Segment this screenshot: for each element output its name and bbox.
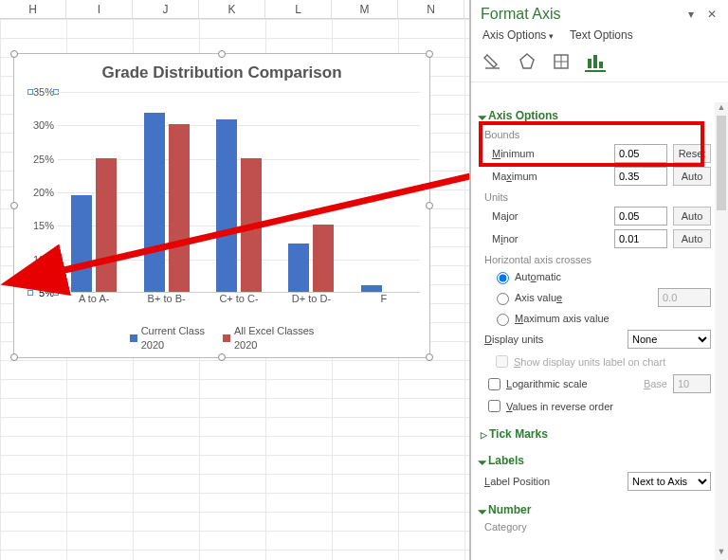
bar[interactable] [144, 113, 165, 292]
max-input[interactable] [614, 167, 667, 186]
minor-label: Minor [492, 233, 614, 244]
close-icon[interactable]: ✕ [705, 8, 719, 21]
label-position-label: Label Position [484, 476, 628, 487]
task-pane-options-icon[interactable]: ▾ [684, 8, 698, 21]
effects-icon[interactable] [517, 51, 537, 72]
spreadsheet[interactable]: H I J K L M N Grade Distribution Compari… [0, 0, 469, 560]
resize-handle[interactable] [426, 353, 433, 361]
x-axis-label[interactable]: A to A- [58, 293, 130, 310]
resize-handle[interactable] [218, 353, 226, 361]
legend-item[interactable]: Current Class 2020 [130, 324, 205, 352]
min-input[interactable] [614, 144, 667, 163]
chart-legend[interactable]: Current Class 2020 All Excel Classes 202… [14, 324, 429, 352]
log-scale-checkbox[interactable] [488, 378, 500, 390]
base-label: Base [644, 378, 667, 389]
log-scale-label: Logarithmic scale [506, 378, 644, 389]
cross-max-radio[interactable] [497, 314, 509, 326]
reverse-checkbox[interactable] [488, 400, 500, 412]
max-auto-button[interactable]: Auto [673, 167, 711, 186]
legend-swatch-icon [130, 334, 137, 342]
hcross-heading: Horizontal axis crosses [481, 250, 711, 267]
svg-rect-7 [599, 62, 603, 68]
col-header[interactable]: N [398, 0, 464, 18]
svg-rect-6 [593, 55, 597, 68]
col-header[interactable]: K [199, 0, 265, 18]
y-axis-tick[interactable]: 20% [22, 187, 54, 198]
major-auto-button[interactable]: Auto [673, 207, 711, 226]
bar[interactable] [288, 244, 309, 292]
scrollbar-thumb[interactable] [717, 116, 726, 210]
section-labels[interactable]: Labels [481, 451, 711, 470]
resize-handle[interactable] [426, 202, 433, 209]
resize-handle[interactable] [10, 353, 18, 361]
chart-title[interactable]: Grade Distribution Comparison [14, 54, 429, 88]
cross-max-label: Maximum axis value [515, 313, 610, 324]
cross-axis-value-label: Axis value [515, 292, 658, 303]
pane-title: Format Axis [481, 6, 677, 23]
bar[interactable] [96, 158, 117, 292]
pane-scrollbar[interactable]: ▲ ▼ [715, 102, 728, 560]
max-label: Maximum [492, 171, 614, 182]
cross-automatic-radio[interactable] [497, 272, 509, 284]
show-du-label: Show display units label on chart [514, 356, 665, 368]
tab-text-options[interactable]: Text Options [570, 28, 633, 42]
bar[interactable] [216, 119, 237, 292]
section-axis-options[interactable]: Axis Options [481, 106, 711, 125]
col-header[interactable]: L [265, 0, 332, 18]
col-header[interactable]: M [332, 0, 398, 18]
scroll-up-icon[interactable]: ▲ [715, 102, 728, 116]
minor-auto-button[interactable]: Auto [673, 229, 711, 248]
bar[interactable] [361, 285, 382, 292]
size-properties-icon[interactable] [551, 51, 572, 72]
section-tick-marks[interactable]: Tick Marks [481, 425, 711, 443]
bar[interactable] [169, 124, 190, 292]
base-input [673, 374, 711, 393]
col-header[interactable]: H [0, 0, 66, 18]
svg-marker-1 [520, 54, 534, 68]
fill-line-icon[interactable] [482, 51, 503, 72]
y-axis-tick[interactable]: 15% [22, 220, 54, 231]
label-position-select[interactable]: Next to Axis [628, 472, 711, 491]
col-header[interactable]: J [133, 0, 199, 18]
x-axis-label[interactable]: C+ to C- [203, 293, 275, 310]
x-axis-label[interactable]: B+ to B- [130, 293, 202, 310]
legend-label: All Excel Classes 2020 [234, 324, 314, 352]
plot-area[interactable]: 5%10%15%20%25%30%35% A to A-B+ to B-C+ t… [22, 92, 424, 310]
category-label: Category [484, 521, 527, 533]
scroll-down-icon[interactable]: ▼ [715, 547, 728, 560]
display-units-select[interactable]: None [628, 330, 711, 349]
y-axis-tick[interactable]: 30% [22, 119, 54, 131]
resize-handle[interactable] [10, 50, 18, 58]
section-number[interactable]: Number [481, 500, 711, 519]
chart-object[interactable]: Grade Distribution Comparison 5%10%15%20… [13, 53, 430, 358]
legend-label: Current Class 2020 [141, 324, 205, 352]
axis-options-icon[interactable] [585, 51, 606, 72]
minor-input[interactable] [614, 229, 667, 248]
resize-handle[interactable] [10, 202, 18, 209]
bar[interactable] [241, 158, 262, 292]
show-du-label-checkbox [496, 355, 508, 368]
reverse-label: Values in reverse order [506, 401, 613, 412]
cross-automatic-label: Automatic [515, 271, 561, 282]
major-input[interactable] [614, 207, 667, 226]
svg-rect-5 [588, 59, 592, 68]
y-axis-tick[interactable]: 10% [22, 254, 54, 265]
column-headers: H I J K L M N [0, 0, 469, 19]
bar[interactable] [71, 195, 92, 292]
units-heading: Units [481, 188, 711, 205]
cross-axis-value-radio[interactable] [497, 293, 509, 305]
cross-axis-value-input [658, 288, 711, 307]
legend-item[interactable]: All Excel Classes 2020 [223, 324, 314, 352]
resize-handle[interactable] [218, 50, 226, 58]
tab-axis-options[interactable]: Axis Options [482, 28, 554, 42]
display-units-label: Display units [484, 334, 628, 345]
col-header[interactable]: I [66, 0, 133, 18]
y-axis-tick[interactable]: 25% [22, 154, 54, 165]
min-reset-button[interactable]: Reset [673, 144, 711, 163]
x-axis-label[interactable]: F [348, 293, 420, 310]
bar[interactable] [313, 225, 334, 292]
min-label: Minimum [492, 148, 614, 159]
resize-handle[interactable] [426, 50, 433, 58]
x-axis-label[interactable]: D+ to D- [275, 293, 347, 310]
legend-swatch-icon [223, 334, 230, 342]
